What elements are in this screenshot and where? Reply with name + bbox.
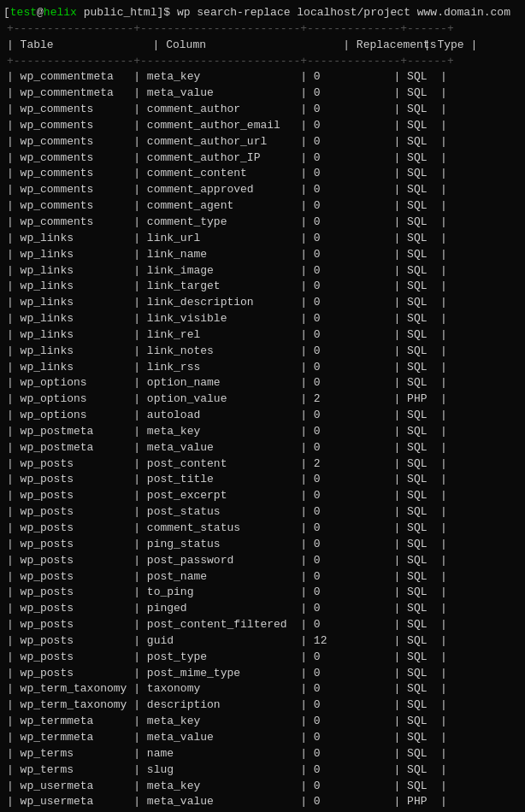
- table-row: | wp_posts | post_content | 2 | SQL |: [3, 456, 522, 473]
- command-line: [test@helix public_html]$ wp search-repl…: [0, 5, 525, 21]
- col-header-replacements: Replacements: [357, 38, 424, 54]
- table-row: | wp_termmeta | meta_key | 0 | SQL |: [3, 714, 522, 730]
- table-row: | wp_links | link_url | 0 | SQL |: [3, 231, 522, 247]
- table-row: | wp_posts | post_content_filtered | 0 |…: [3, 617, 522, 633]
- table-row: | wp_comments | comment_content | 0 | SQ…: [3, 166, 522, 182]
- table-row: | wp_links | link_rel | 0 | SQL |: [3, 327, 522, 344]
- table-row: | wp_comments | comment_author_IP | 0 | …: [3, 150, 522, 167]
- table-row: | wp_comments | comment_agent | 0 | SQL …: [3, 198, 522, 215]
- table-row: | wp_links | link_target | 0 | SQL |: [3, 279, 522, 295]
- table-row: | wp_posts | post_type | 0 | SQL |: [3, 650, 522, 666]
- prompt-user: test: [10, 6, 37, 19]
- table-row: | wp_commentmeta | meta_key | 0 | SQL |: [3, 69, 522, 85]
- table-row: | wp_posts | post_mime_type | 0 | SQL |: [3, 666, 522, 682]
- table-row: | wp_commentmeta | meta_value | 0 | SQL …: [3, 85, 522, 102]
- prompt-bracket-open: [: [3, 6, 10, 19]
- table-row: | wp_posts | pinged | 0 | SQL |: [3, 601, 522, 617]
- table-row: | wp_postmeta | meta_value | 0 | SQL |: [3, 440, 522, 456]
- table-header: | Table| Column| Replacements| Type |: [3, 38, 522, 54]
- separator-top: +------------------+--------------------…: [3, 21, 522, 38]
- table-row: | wp_links | link_rss | 0 | SQL |: [3, 360, 522, 376]
- table-row: | wp_options | option_name | 0 | SQL |: [3, 375, 522, 391]
- table-row: | wp_posts | post_excerpt | 0 | SQL |: [3, 488, 522, 504]
- table-row: | wp_options | autoload | 0 | SQL |: [3, 408, 522, 424]
- table-row: | wp_usermeta | meta_key | 0 | SQL |: [3, 779, 522, 795]
- prompt-at: @: [37, 6, 44, 19]
- terminal-window: [test@helix public_html]$ wp search-repl…: [0, 3, 525, 812]
- prompt-cmd: wp search-replace localhost/project www.…: [177, 6, 510, 19]
- table-row: | wp_comments | comment_author | 0 | SQL…: [3, 102, 522, 118]
- table-row: | wp_links | link_image | 0 | SQL |: [3, 263, 522, 279]
- table-row: | wp_comments | comment_author_url | 0 |…: [3, 134, 522, 150]
- table-row: | wp_posts | post_password | 0 | SQL |: [3, 553, 522, 569]
- col-header-type: Type: [437, 38, 463, 51]
- table-row: | wp_term_taxonomy | description | 0 | S…: [3, 697, 522, 714]
- table-row: | wp_posts | guid | 12 | SQL |: [3, 633, 522, 650]
- table-row: | wp_posts | ping_status | 0 | SQL |: [3, 537, 522, 553]
- output-table: +------------------+--------------------…: [0, 21, 525, 812]
- table-row: | wp_posts | post_title | 0 | SQL |: [3, 472, 522, 488]
- table-row: | wp_term_taxonomy | taxonomy | 0 | SQL …: [3, 681, 522, 697]
- col-header-column: Column: [166, 38, 343, 54]
- prompt-host: helix: [44, 6, 77, 19]
- table-row: | wp_comments | comment_author_email | 0…: [3, 118, 522, 134]
- table-row: | wp_links | link_name | 0 | SQL |: [3, 247, 522, 263]
- table-row: | wp_postmeta | meta_key | 0 | SQL |: [3, 424, 522, 440]
- data-rows: | wp_commentmeta | meta_key | 0 | SQL ||…: [3, 69, 522, 812]
- table-row: | wp_comments | comment_approved | 0 | S…: [3, 182, 522, 198]
- table-row: | wp_links | link_visible | 0 | SQL |: [3, 311, 522, 327]
- table-row: | wp_usermeta | meta_value | 0 | PHP |: [3, 794, 522, 810]
- table-row: | wp_comments | comment_type | 0 | SQL |: [3, 215, 522, 231]
- table-row: | wp_posts | to_ping | 0 | SQL |: [3, 585, 522, 601]
- table-row: | wp_terms | name | 0 | SQL |: [3, 746, 522, 762]
- table-row: | wp_termmeta | meta_value | 0 | SQL |: [3, 730, 522, 746]
- table-row: | wp_links | link_description | 0 | SQL …: [3, 295, 522, 311]
- table-row: | wp_links | link_notes | 0 | SQL |: [3, 344, 522, 360]
- table-row: | wp_terms | slug | 0 | SQL |: [3, 762, 522, 779]
- table-row: | wp_posts | comment_status | 0 | SQL |: [3, 521, 522, 537]
- prompt-dir: public_html]$: [77, 6, 177, 19]
- table-row: | wp_options | option_value | 2 | PHP |: [3, 391, 522, 408]
- table-row: | wp_posts | post_name | 0 | SQL |: [3, 569, 522, 585]
- col-header-table: Table: [21, 38, 153, 54]
- separator-mid: +------------------+--------------------…: [3, 54, 522, 70]
- table-row: | wp_posts | post_status | 0 | SQL |: [3, 504, 522, 521]
